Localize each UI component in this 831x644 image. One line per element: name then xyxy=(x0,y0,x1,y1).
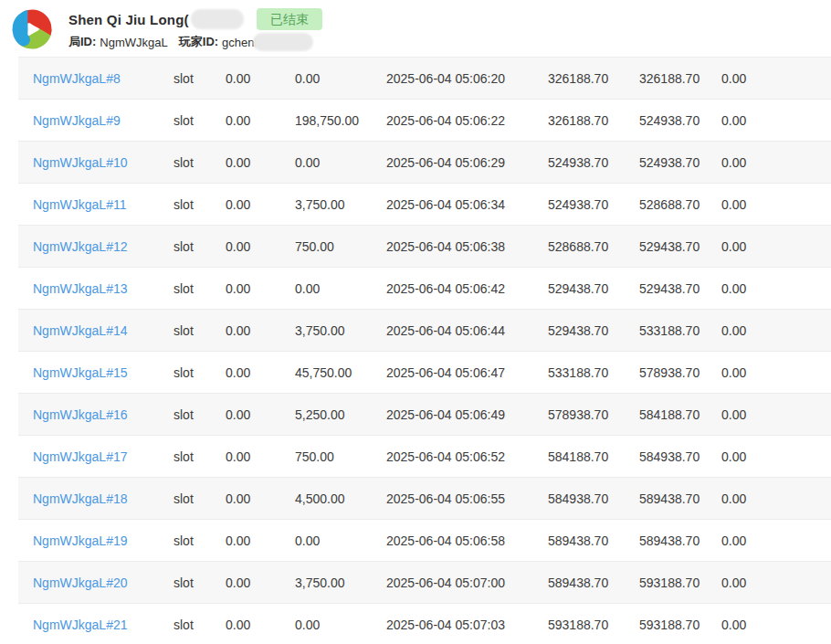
cell-payout: 198,750.00 xyxy=(295,100,386,142)
cell-game-type: slot xyxy=(174,268,226,310)
cell-balance-after: 593188.70 xyxy=(639,604,721,644)
round-id-link[interactable]: NgmWJkgaL#12 xyxy=(33,239,128,254)
round-id-value: NgmWJkgaL xyxy=(100,36,167,49)
round-id-link[interactable]: NgmWJkgaL#15 xyxy=(33,365,128,380)
cell-round-id: NgmWJkgaL#8 xyxy=(18,58,174,100)
cell-payout: 3,750.00 xyxy=(295,310,386,352)
round-id-label: 局ID: xyxy=(68,34,96,50)
cell-extra: 0.00 xyxy=(721,604,831,644)
round-id-link[interactable]: NgmWJkgaL#9 xyxy=(33,113,121,128)
cell-round-id: NgmWJkgaL#11 xyxy=(18,184,174,226)
cell-round-id: NgmWJkgaL#16 xyxy=(18,394,174,436)
table-row: NgmWJkgaL#21slot0.000.002025-06-04 05:07… xyxy=(18,604,831,644)
cell-balance-before: 326188.70 xyxy=(548,100,639,142)
cell-time: 2025-06-04 05:07:00 xyxy=(386,562,548,604)
cell-round-id: NgmWJkgaL#20 xyxy=(18,562,174,604)
cell-payout: 750.00 xyxy=(295,226,386,268)
cell-balance-after: 524938.70 xyxy=(639,142,721,184)
cell-balance-after: 533188.70 xyxy=(639,310,721,352)
cell-balance-before: 529438.70 xyxy=(548,268,639,310)
cell-extra: 0.00 xyxy=(721,184,831,226)
cell-game-type: slot xyxy=(174,142,226,184)
cell-balance-before: 528688.70 xyxy=(548,226,639,268)
cell-extra: 0.00 xyxy=(721,100,831,142)
cell-round-id: NgmWJkgaL#9 xyxy=(18,100,174,142)
cell-game-type: slot xyxy=(174,562,226,604)
cell-bet: 0.00 xyxy=(226,226,295,268)
cell-extra: 0.00 xyxy=(721,352,831,394)
cell-time: 2025-06-04 05:07:03 xyxy=(386,604,548,644)
cell-extra: 0.00 xyxy=(721,562,831,604)
cell-balance-after: 529438.70 xyxy=(639,226,721,268)
cell-balance-after: 584188.70 xyxy=(639,394,721,436)
table-row: NgmWJkgaL#10slot0.000.002025-06-04 05:06… xyxy=(18,142,831,184)
round-id-link[interactable]: NgmWJkgaL#17 xyxy=(33,449,128,464)
cell-bet: 0.00 xyxy=(226,436,295,478)
cell-balance-before: 326188.70 xyxy=(548,58,639,100)
cell-time: 2025-06-04 05:06:44 xyxy=(386,310,548,352)
cell-game-type: slot xyxy=(174,604,226,644)
cell-balance-after: 584938.70 xyxy=(639,436,721,478)
cell-time: 2025-06-04 05:06:47 xyxy=(386,352,548,394)
cell-bet: 0.00 xyxy=(226,352,295,394)
cell-balance-after: 528688.70 xyxy=(639,184,721,226)
header-text: Shen Qi Jiu Long( 已结束 局ID: NgmWJkgaL 玩家I… xyxy=(68,5,322,51)
round-id-link[interactable]: NgmWJkgaL#19 xyxy=(33,533,128,548)
cell-game-type: slot xyxy=(174,58,226,100)
cell-bet: 0.00 xyxy=(226,142,295,184)
cell-payout: 5,250.00 xyxy=(295,394,386,436)
cell-extra: 0.00 xyxy=(721,478,831,520)
cell-payout: 750.00 xyxy=(295,436,386,478)
cell-game-type: slot xyxy=(174,478,226,520)
cell-bet: 0.00 xyxy=(226,310,295,352)
cell-extra: 0.00 xyxy=(721,142,831,184)
player-id-label: 玩家ID: xyxy=(179,34,218,50)
game-round-history-page: Shen Qi Jiu Long( 已结束 局ID: NgmWJkgaL 玩家I… xyxy=(0,0,831,644)
cell-extra: 0.00 xyxy=(721,226,831,268)
redacted-title-text xyxy=(191,9,244,29)
cell-round-id: NgmWJkgaL#14 xyxy=(18,310,174,352)
cell-round-id: NgmWJkgaL#10 xyxy=(18,142,174,184)
cell-time: 2025-06-04 05:06:29 xyxy=(386,142,548,184)
cell-payout: 0.00 xyxy=(295,268,386,310)
cell-balance-before: 578938.70 xyxy=(548,394,639,436)
cell-bet: 0.00 xyxy=(226,184,295,226)
cell-bet: 0.00 xyxy=(226,58,295,100)
cell-balance-before: 524938.70 xyxy=(548,142,639,184)
table-row: NgmWJkgaL#9slot0.00198,750.002025-06-04 … xyxy=(18,100,831,142)
cell-game-type: slot xyxy=(174,520,226,562)
table-row: NgmWJkgaL#11slot0.003,750.002025-06-04 0… xyxy=(18,184,831,226)
cell-payout: 45,750.00 xyxy=(295,352,386,394)
cell-balance-after: 593188.70 xyxy=(639,562,721,604)
table-row: NgmWJkgaL#12slot0.00750.002025-06-04 05:… xyxy=(18,226,831,268)
round-id-link[interactable]: NgmWJkgaL#18 xyxy=(33,491,128,506)
round-id-link[interactable]: NgmWJkgaL#13 xyxy=(33,281,128,296)
cell-time: 2025-06-04 05:06:38 xyxy=(386,226,548,268)
cell-bet: 0.00 xyxy=(226,520,295,562)
round-id-link[interactable]: NgmWJkgaL#16 xyxy=(33,407,128,422)
round-id-link[interactable]: NgmWJkgaL#11 xyxy=(33,197,126,212)
cell-game-type: slot xyxy=(174,310,226,352)
cell-balance-after: 589438.70 xyxy=(639,478,721,520)
round-id-link[interactable]: NgmWJkgaL#14 xyxy=(33,323,128,338)
cell-balance-after: 578938.70 xyxy=(639,352,721,394)
round-id-link[interactable]: NgmWJkgaL#10 xyxy=(33,155,128,170)
cell-time: 2025-06-04 05:06:20 xyxy=(386,58,548,100)
round-id-link[interactable]: NgmWJkgaL#20 xyxy=(33,575,128,590)
cell-balance-after: 326188.70 xyxy=(639,58,721,100)
cell-balance-before: 524938.70 xyxy=(548,184,639,226)
round-id-link[interactable]: NgmWJkgaL#21 xyxy=(33,618,128,632)
cell-time: 2025-06-04 05:06:58 xyxy=(386,520,548,562)
cell-bet: 0.00 xyxy=(226,562,295,604)
table-row: NgmWJkgaL#20slot0.003,750.002025-06-04 0… xyxy=(18,562,831,604)
table-row: NgmWJkgaL#14slot0.003,750.002025-06-04 0… xyxy=(18,310,831,352)
cell-extra: 0.00 xyxy=(721,58,831,100)
round-id-link[interactable]: NgmWJkgaL#8 xyxy=(33,71,121,86)
ids-row: 局ID: NgmWJkgaL 玩家ID: gchenl xyxy=(68,33,322,51)
cell-payout: 0.00 xyxy=(295,58,386,100)
cell-round-id: NgmWJkgaL#19 xyxy=(18,520,174,562)
cell-bet: 0.00 xyxy=(226,604,295,644)
table-row: NgmWJkgaL#15slot0.0045,750.002025-06-04 … xyxy=(18,352,831,394)
table-row: NgmWJkgaL#8slot0.000.002025-06-04 05:06:… xyxy=(18,58,831,100)
table-row: NgmWJkgaL#16slot0.005,250.002025-06-04 0… xyxy=(18,394,831,436)
